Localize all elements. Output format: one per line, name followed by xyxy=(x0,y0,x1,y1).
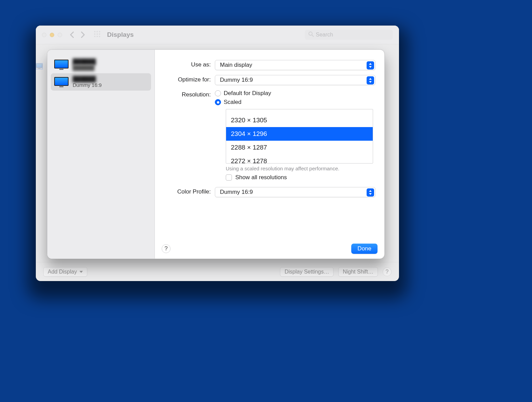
resolution-option[interactable]: 2320 × 1305 xyxy=(226,113,373,127)
show-all-resolutions-checkbox[interactable]: Show all resolutions xyxy=(226,174,375,181)
color-profile-popup[interactable]: Dummy 16:9 xyxy=(215,187,375,197)
resolution-scaled-label: Scaled xyxy=(224,99,241,106)
monitor-icon xyxy=(54,77,69,87)
sidebar-display-0[interactable]: ██████ ██████ xyxy=(51,56,151,73)
radio-icon xyxy=(215,90,221,96)
display-settings-sheet: ██████ ██████ ██████ Dummy 16:9 Use as: … xyxy=(47,49,385,259)
use-as-popup[interactable]: Main display xyxy=(215,60,375,70)
optimize-for-value: Dummy 16:9 xyxy=(220,77,253,83)
color-profile-value: Dummy 16:9 xyxy=(220,189,253,196)
sheet-footer: ? Done xyxy=(155,239,384,259)
resolution-list[interactable]: 2336 × 1314 2320 × 1305 2304 × 1296 2288… xyxy=(226,109,373,164)
resolution-option[interactable]: 2272 × 1278 xyxy=(226,154,373,164)
resolution-option[interactable]: 2288 × 1287 xyxy=(226,141,373,154)
color-profile-label: Color Profile: xyxy=(164,187,215,195)
sheet-content: Use as: Main display Optimize for: Dummy… xyxy=(155,50,384,259)
optimize-for-label: Optimize for: xyxy=(164,75,215,83)
resolution-performance-note: Using a scaled resolution may affect per… xyxy=(226,166,375,171)
popup-stepper-icon xyxy=(367,76,374,84)
use-as-value: Main display xyxy=(220,62,252,68)
sidebar-display-1-sub: Dummy 16:9 xyxy=(73,82,102,88)
sidebar-display-0-title: ██████ xyxy=(73,59,96,65)
optimize-for-popup[interactable]: Dummy 16:9 xyxy=(215,75,375,85)
monitor-icon xyxy=(54,60,69,70)
sheet-help-button[interactable]: ? xyxy=(162,244,171,253)
resolution-default-label: Default for Display xyxy=(224,90,271,97)
checkbox-icon xyxy=(226,174,232,181)
popup-stepper-icon xyxy=(367,188,374,197)
resolution-label: Resolution: xyxy=(164,90,215,98)
sidebar-display-0-sub: ██████ xyxy=(73,65,96,71)
resolution-default-option[interactable]: Default for Display xyxy=(215,90,375,97)
use-as-label: Use as: xyxy=(164,60,215,68)
show-all-resolutions-label: Show all resolutions xyxy=(235,174,287,181)
radio-icon xyxy=(215,99,221,105)
resolution-radio-group: Default for Display Scaled xyxy=(215,90,375,106)
resolution-option-selected[interactable]: 2304 × 1296 xyxy=(226,127,373,141)
resolution-scaled-option[interactable]: Scaled xyxy=(215,99,375,106)
sheet-sidebar: ██████ ██████ ██████ Dummy 16:9 xyxy=(47,50,155,259)
popup-stepper-icon xyxy=(367,61,374,69)
resolution-option[interactable]: 2336 × 1314 xyxy=(226,109,373,113)
done-button[interactable]: Done xyxy=(351,244,378,254)
sidebar-display-1[interactable]: ██████ Dummy 16:9 xyxy=(51,73,151,91)
sidebar-display-1-title: ██████ xyxy=(73,76,102,82)
